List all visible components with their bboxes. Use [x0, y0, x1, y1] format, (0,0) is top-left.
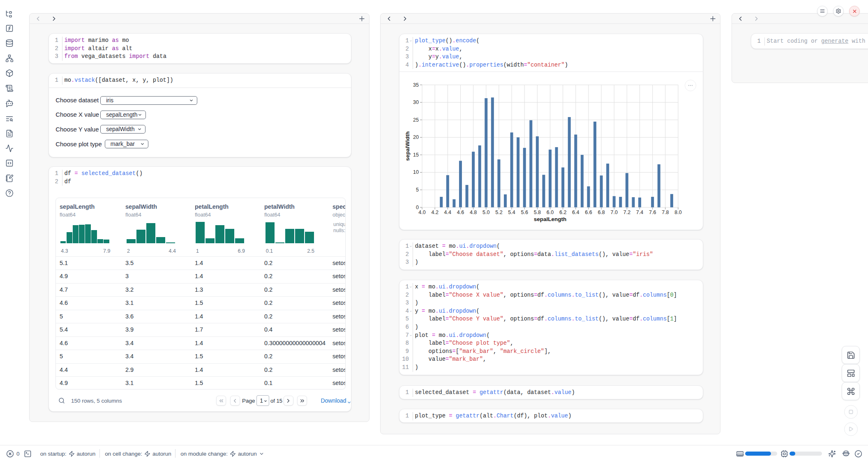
- svg-text:10: 10: [413, 169, 419, 175]
- svg-text:20: 20: [413, 134, 419, 140]
- svg-text:4.4: 4.4: [444, 210, 451, 215]
- svg-text:6.6: 6.6: [585, 210, 592, 215]
- svg-text:7.6: 7.6: [649, 210, 656, 215]
- svg-text:5.2: 5.2: [495, 210, 502, 215]
- svg-text:6.4: 6.4: [572, 210, 579, 215]
- svg-text:6.8: 6.8: [598, 210, 605, 215]
- svg-text:7.4: 7.4: [636, 210, 643, 215]
- svg-text:8.0: 8.0: [674, 210, 681, 215]
- svg-text:30: 30: [413, 99, 419, 105]
- svg-text:5.4: 5.4: [508, 210, 515, 215]
- svg-text:4.0: 4.0: [418, 210, 425, 215]
- svg-text:5.6: 5.6: [521, 210, 528, 215]
- svg-text:7.0: 7.0: [611, 210, 618, 215]
- svg-text:4.6: 4.6: [457, 210, 464, 215]
- svg-text:5.8: 5.8: [534, 210, 541, 215]
- svg-text:4.2: 4.2: [431, 210, 438, 215]
- svg-text:4.8: 4.8: [470, 210, 477, 215]
- svg-text:6.0: 6.0: [547, 210, 554, 215]
- svg-text:35: 35: [413, 82, 419, 88]
- svg-text:5: 5: [416, 187, 419, 193]
- svg-text:0: 0: [416, 205, 419, 210]
- svg-text:6.2: 6.2: [559, 210, 566, 215]
- svg-text:sepalLength: sepalLength: [534, 216, 567, 222]
- svg-text:7.8: 7.8: [662, 210, 669, 215]
- svg-text:sepalWidth: sepalWidth: [404, 131, 411, 161]
- svg-text:25: 25: [413, 117, 419, 123]
- svg-text:7.2: 7.2: [623, 210, 630, 215]
- svg-text:5.0: 5.0: [482, 210, 489, 215]
- svg-text:15: 15: [413, 152, 419, 158]
